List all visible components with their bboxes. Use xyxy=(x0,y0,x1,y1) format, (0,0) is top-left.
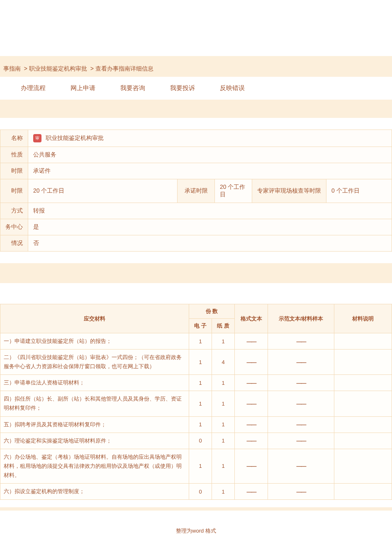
table-row: 时限 20 个工作日 承诺时限 20 个工作日 专家评审现场核查等时限 0 个工… xyxy=(0,179,392,203)
breadcrumb-part[interactable]: 事指南 xyxy=(3,65,21,72)
material-desc: 二）《四川省职业技能鉴定所（站）审批表》一式四份；（可在省政府政务服务中心省人力… xyxy=(0,350,189,375)
material-sample: —— xyxy=(268,449,334,483)
material-sample: —— xyxy=(268,333,334,350)
tab-consult[interactable]: 我要咨询 xyxy=(120,84,145,92)
breadcrumb: 事指南 > 职业技能鉴定机构审批 > 查看办事指南详细信息 xyxy=(0,61,392,77)
info-label-promise: 承诺时限 xyxy=(178,179,215,203)
divider-band xyxy=(0,56,392,61)
material-desc: 三）申请单位法人资格证明材料； xyxy=(0,375,189,391)
material-elec-count: 1 xyxy=(189,449,212,483)
white-gap xyxy=(0,118,392,130)
info-label-expert: 专家评审现场核查等时限 xyxy=(252,179,326,203)
info-label-nature: 性质 xyxy=(0,147,28,163)
info-label-status: 情况 xyxy=(0,235,28,252)
material-format: —— xyxy=(235,416,268,433)
tab-process[interactable]: 办理流程 xyxy=(21,84,46,92)
breadcrumb-sep: > xyxy=(90,65,94,72)
tab-online-apply[interactable]: 网上申请 xyxy=(71,84,95,92)
white-gap xyxy=(0,500,392,507)
footer-note: 整理为word 格式 xyxy=(0,511,392,543)
material-sample: —— xyxy=(268,350,334,375)
table-row: 六）拟设立鉴定机构的管理制度；01———— xyxy=(0,484,392,500)
material-elec-count: 0 xyxy=(189,433,212,449)
info-value-promise: 20 个工作日 xyxy=(215,179,252,203)
tab-bar: 办理流程 网上申请 我要咨询 我要投诉 反映错误 xyxy=(0,77,392,100)
info-value-method: 转报 xyxy=(28,203,392,219)
material-elec-count: 1 xyxy=(189,391,212,416)
info-table: 名称 审 职业技能鉴定机构审批 性质 公共服务 时限 承诺件 时限 20 个工作… xyxy=(0,130,392,252)
info-value-center: 是 xyxy=(28,219,392,235)
table-header-row: 应交材料 份 数 格式文本 示范文本/材料样本 材料说明 xyxy=(0,304,392,319)
material-desc: 六）办公场地、鉴定（考核）场地证明材料。自有场地的应出具场地产权明材料，租用场地… xyxy=(0,449,189,483)
material-format: —— xyxy=(235,333,268,350)
material-format: —— xyxy=(235,375,268,391)
material-elec-count: 1 xyxy=(189,416,212,433)
material-paper-count: 1 xyxy=(212,375,235,391)
material-desc: 六）理论鉴定和实操鉴定场地证明材料原件； xyxy=(0,433,189,449)
material-sample: —— xyxy=(268,391,334,416)
info-label-method: 方式 xyxy=(0,203,28,219)
material-elec-count: 0 xyxy=(189,484,212,500)
material-paper-count: 1 xyxy=(212,449,235,483)
material-note xyxy=(334,333,392,350)
col-elec: 电 子 xyxy=(189,319,212,333)
material-sample: —— xyxy=(268,484,334,500)
col-docs: 应交材料 xyxy=(0,304,189,333)
top-spacer xyxy=(0,0,392,56)
table-row: 时限 承诺件 xyxy=(0,163,392,179)
material-format: —— xyxy=(235,484,268,500)
approval-badge-icon: 审 xyxy=(33,134,41,142)
material-note xyxy=(334,449,392,483)
material-note xyxy=(334,416,392,433)
info-value-limit1: 承诺件 xyxy=(28,163,392,179)
table-row: 六）办公场地、鉴定（考核）场地证明材料。自有场地的应出具场地产权明材料，租用场地… xyxy=(0,449,392,483)
table-row: 二）《四川省职业技能鉴定所（站）审批表》一式四份；（可在省政府政务服务中心省人力… xyxy=(0,350,392,375)
material-paper-count: 1 xyxy=(212,484,235,500)
material-desc: 一）申请建立职业技能鉴定所（站）的报告； xyxy=(0,333,189,350)
table-row: 名称 审 职业技能鉴定机构审批 xyxy=(0,130,392,147)
divider-band xyxy=(0,507,392,511)
material-paper-count: 4 xyxy=(212,350,235,375)
material-note xyxy=(334,391,392,416)
breadcrumb-part[interactable]: 职业技能鉴定机构审批 xyxy=(29,65,87,72)
material-format: —— xyxy=(235,350,268,375)
material-sample: —— xyxy=(268,416,334,433)
material-note xyxy=(334,375,392,391)
col-sample: 示范文本/材料样本 xyxy=(268,304,334,333)
table-row: 五）拟聘考评员及其资格证明材料复印件；11———— xyxy=(0,416,392,433)
material-format: —— xyxy=(235,391,268,416)
white-gap xyxy=(0,283,392,304)
material-paper-count: 1 xyxy=(212,391,235,416)
tab-complaint[interactable]: 我要投诉 xyxy=(170,84,195,92)
breadcrumb-current: 查看办事指南详细信息 xyxy=(95,65,153,72)
col-note: 材料说明 xyxy=(334,304,392,333)
table-row: 性质 公共服务 xyxy=(0,147,392,163)
table-row: 三）申请单位法人资格证明材料；11———— xyxy=(0,375,392,391)
material-format: —— xyxy=(235,449,268,483)
material-desc: 六）拟设立鉴定机构的管理制度； xyxy=(0,484,189,500)
table-row: 务中心 是 xyxy=(0,219,392,235)
material-format: —— xyxy=(235,433,268,449)
material-note xyxy=(334,484,392,500)
material-note xyxy=(334,350,392,375)
table-row: 情况 否 xyxy=(0,235,392,252)
info-value-status: 否 xyxy=(28,235,392,252)
material-paper-count: 1 xyxy=(212,433,235,449)
tab-report-error[interactable]: 反映错误 xyxy=(220,84,245,92)
material-paper-count: 1 xyxy=(212,416,235,433)
col-copies: 份 数 xyxy=(189,304,235,319)
table-row: 四）拟任所（站）长、副所（站）长和其他管理人员及其身份、学历、资证明材料复印件；… xyxy=(0,391,392,416)
info-name-text: 职业技能鉴定机构审批 xyxy=(46,134,104,141)
table-row: 方式 转报 xyxy=(0,203,392,219)
material-sample: —— xyxy=(268,433,334,449)
info-label-limit2: 时限 xyxy=(0,179,28,203)
material-desc: 四）拟任所（站）长、副所（站）长和其他管理人员及其身份、学历、资证明材料复印件； xyxy=(0,391,189,416)
materials-table: 应交材料 份 数 格式文本 示范文本/材料样本 材料说明 电 子 纸 质 一）申… xyxy=(0,304,392,500)
material-desc: 五）拟聘考评员及其资格证明材料复印件； xyxy=(0,416,189,433)
material-elec-count: 1 xyxy=(189,350,212,375)
material-paper-count: 1 xyxy=(212,333,235,350)
material-elec-count: 1 xyxy=(189,375,212,391)
table-row: 一）申请建立职业技能鉴定所（站）的报告；11———— xyxy=(0,333,392,350)
col-format: 格式文本 xyxy=(235,304,268,333)
section-band xyxy=(0,263,392,283)
